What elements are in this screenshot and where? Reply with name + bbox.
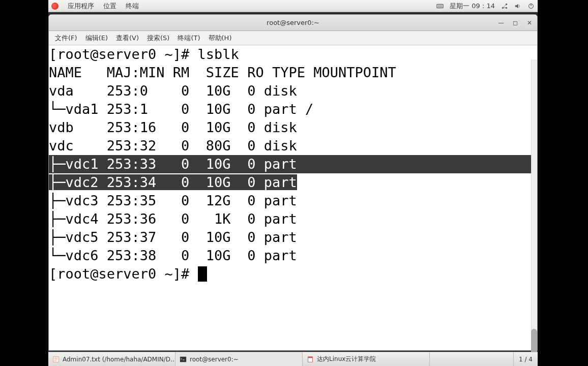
titlebar[interactable]: root@server0:~ — ◻ ✕: [49, 15, 537, 31]
network-icon[interactable]: [501, 3, 508, 10]
distro-logo-icon: [51, 3, 58, 10]
scrollbar[interactable]: [531, 59, 537, 364]
line-vdc5: ├─vdc5 253:37 0 10G 0 part: [49, 228, 537, 247]
applications-menu[interactable]: 应用程序: [68, 2, 94, 11]
menu-file[interactable]: 文件(F): [51, 33, 81, 44]
svg-rect-0: [437, 4, 443, 8]
clock[interactable]: 星期一 09 : 14: [450, 2, 495, 11]
taskbar: Admin07.txt (/home/haha/ADMIN/D… root@se…: [48, 352, 538, 366]
menu-search[interactable]: 搜索(S): [143, 33, 173, 44]
line-vdc: vdc 253:32 0 80G 0 disk: [49, 137, 537, 155]
line-header: NAME MAJ:MIN RM SIZE RO TYPE MOUNTPOINT: [49, 64, 537, 82]
line-vdc3: ├─vdc3 253:35 0 12G 0 part: [49, 192, 537, 210]
places-menu[interactable]: 位置: [103, 2, 116, 11]
task-label: root@server0:~: [190, 356, 239, 363]
task-terminal[interactable]: root@server0:~: [175, 352, 303, 366]
task-label: 达内Linux云计算学院: [317, 355, 376, 363]
volume-icon[interactable]: [514, 3, 521, 10]
minimize-button[interactable]: —: [497, 19, 505, 26]
line-vdc4: ├─vdc4 253:36 0 1K 0 part: [49, 210, 537, 228]
line-vda: vda 253:0 0 10G 0 disk: [49, 82, 537, 100]
menu-help[interactable]: 帮助(H): [204, 33, 236, 44]
pager-label: 1 / 4: [519, 356, 533, 363]
svg-rect-11: [180, 356, 186, 362]
svg-rect-13: [308, 356, 313, 358]
line-vdc1-selected: ├─vdc1 253:33 0 10G 0 part: [49, 155, 537, 173]
menubar: 文件(F) 编辑(E) 查看(V) 搜索(S) 终端(T) 帮助(H): [49, 31, 537, 45]
line-prompt2: [root@server0 ~]#: [49, 265, 537, 283]
menu-view[interactable]: 查看(V): [112, 33, 143, 44]
maximize-button[interactable]: ◻: [512, 19, 519, 26]
line-vdb: vdb 253:16 0 10G 0 disk: [49, 118, 537, 137]
terminal-icon: [180, 356, 187, 363]
menu-edit[interactable]: 编辑(E): [81, 33, 112, 44]
line-prompt: [root@server0 ~]# lsblk: [49, 45, 537, 64]
task-editor[interactable]: Admin07.txt (/home/haha/ADMIN/D…: [48, 352, 175, 366]
text-editor-icon: [52, 356, 60, 363]
top-panel: 应用程序 位置 终端 星期一 09 : 14: [48, 0, 538, 12]
workspace-pager[interactable]: 1 / 4: [513, 352, 538, 366]
power-icon[interactable]: [527, 3, 535, 10]
close-button[interactable]: ✕: [526, 19, 533, 26]
terminal-menu[interactable]: 终端: [126, 2, 139, 11]
terminal-window: root@server0:~ — ◻ ✕ 文件(F) 编辑(E) 查看(V) 搜…: [48, 14, 538, 351]
line-vdc6: └─vdc6 253:38 0 10G 0 part: [49, 247, 537, 265]
cursor: [198, 266, 207, 282]
line-vdc2: ├─vdc2 253:34 0 10G 0 part: [49, 173, 537, 192]
document-icon: [307, 356, 314, 363]
window-title: root@server0:~: [267, 19, 319, 26]
terminal-output[interactable]: [root@server0 ~]# lsblkNAME MAJ:MIN RM S…: [49, 45, 537, 350]
line-vda1: └─vda1 253:1 0 10G 0 part /: [49, 100, 537, 118]
task-browser[interactable]: 达内Linux云计算学院: [303, 352, 430, 366]
task-label: Admin07.txt (/home/haha/ADMIN/D…: [63, 356, 175, 363]
menu-terminal[interactable]: 终端(T): [173, 33, 204, 44]
keyboard-icon[interactable]: [436, 3, 444, 10]
